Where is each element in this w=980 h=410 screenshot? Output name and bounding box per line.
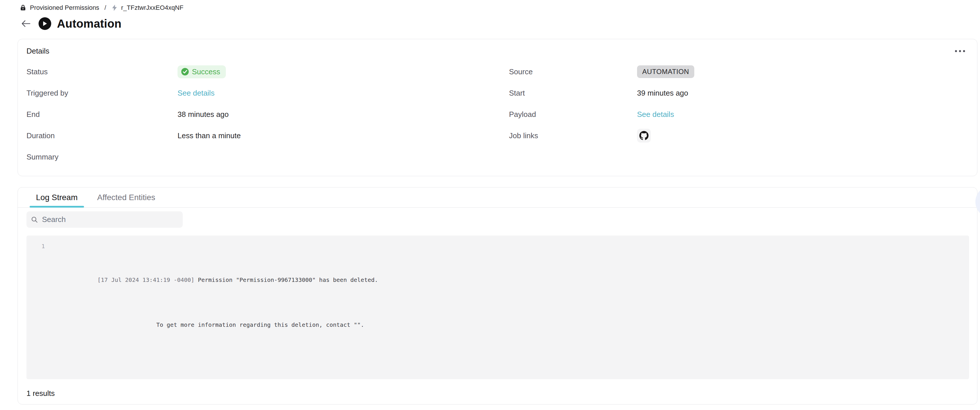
results-count: 1 results [27, 389, 55, 398]
bolt-icon [111, 4, 118, 11]
search-icon [31, 216, 38, 223]
tab-bar: Log Stream Affected Entities [18, 187, 977, 207]
summary-row: Summary [27, 146, 487, 168]
payload-see-details-link[interactable]: See details [637, 110, 674, 119]
breadcrumb-separator: / [105, 4, 106, 11]
page-title: Automation [57, 17, 121, 30]
log-message-continuation: To get more information regarding this d… [156, 319, 378, 330]
log-card: Log Stream Affected Entities 1 [17 Jul 2… [18, 187, 977, 405]
payload-label: Payload [509, 110, 637, 119]
source-badge: AUTOMATION [637, 65, 694, 78]
triggered-by-label: Triggered by [27, 89, 178, 97]
job-links-row: Job links [509, 125, 958, 146]
log-line-number: 1 [33, 241, 45, 353]
arrow-left-icon [21, 19, 31, 28]
check-circle-icon [181, 68, 189, 76]
github-link-button[interactable] [637, 129, 651, 142]
tab-log-stream[interactable]: Log Stream [30, 187, 84, 207]
log-panel[interactable]: 1 [17 Jul 2024 13:41:19 -0400]Permission… [27, 236, 969, 379]
start-value: 39 minutes ago [637, 89, 688, 97]
breadcrumb-current: r_TFztwrJxxEO4xqNF [121, 4, 183, 11]
back-button[interactable] [19, 17, 33, 30]
breadcrumb-root[interactable]: Provisioned Permissions [30, 4, 99, 11]
status-row: Status Success [27, 61, 487, 82]
duration-row: Duration Less than a minute [27, 125, 487, 146]
source-row: Source AUTOMATION [509, 61, 958, 82]
breadcrumb: Provisioned Permissions / r_TFztwrJxxEO4… [19, 4, 183, 11]
end-label: End [27, 110, 178, 119]
payload-row: Payload See details [509, 104, 958, 125]
duration-label: Duration [27, 131, 178, 140]
end-row: End 38 minutes ago [27, 104, 487, 125]
tab-affected-entities[interactable]: Affected Entities [91, 187, 162, 207]
start-row: Start 39 minutes ago [509, 82, 958, 104]
start-label: Start [509, 89, 637, 97]
status-badge: Success [178, 65, 226, 78]
log-timestamp: [17 Jul 2024 13:41:19 -0400] [97, 276, 194, 283]
triggered-by-see-details-link[interactable]: See details [178, 89, 215, 97]
search-input[interactable] [42, 215, 178, 224]
end-value: 38 minutes ago [178, 110, 229, 119]
search-box [27, 211, 183, 228]
details-card: Details Status Success Triggered [18, 39, 977, 176]
source-label: Source [509, 67, 637, 76]
lock-icon [19, 4, 27, 11]
details-heading: Details [27, 47, 49, 56]
summary-label: Summary [27, 153, 178, 161]
triggered-by-row: Triggered by See details [27, 82, 487, 104]
job-links-label: Job links [509, 131, 637, 140]
status-label: Status [27, 67, 178, 76]
ellipsis-icon[interactable] [953, 48, 967, 54]
duration-value: Less than a minute [178, 131, 241, 140]
title-row: Automation [19, 17, 121, 30]
play-icon [38, 17, 51, 30]
status-value: Success [192, 67, 220, 76]
page: Provisioned Permissions / r_TFztwrJxxEO4… [0, 0, 980, 410]
log-message: Permission "Permission-9967133000" has b… [198, 276, 378, 283]
log-line-content: [17 Jul 2024 13:41:19 -0400]Permission "… [56, 241, 378, 353]
details-left-column: Status Success Triggered by See details [27, 61, 487, 168]
github-icon [640, 131, 649, 140]
log-line: 1 [17 Jul 2024 13:41:19 -0400]Permission… [33, 241, 962, 353]
details-right-column: Source AUTOMATION Start 39 minutes ago P… [509, 61, 958, 146]
